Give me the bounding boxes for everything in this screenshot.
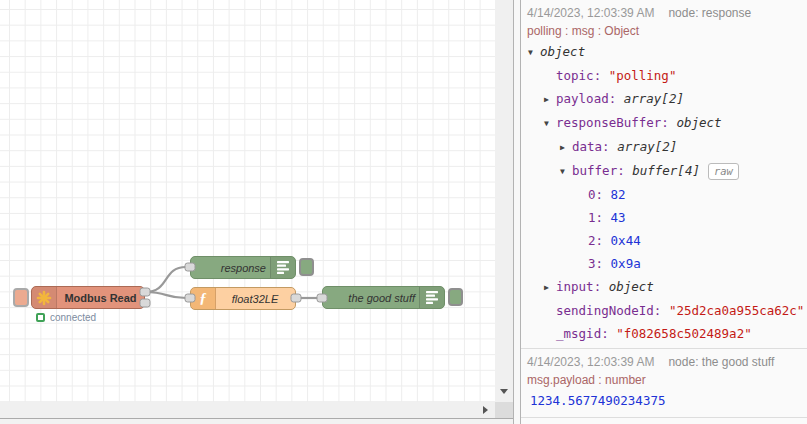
vertical-scrollbar[interactable] [495,0,513,402]
wire-modbus-to-response[interactable] [145,267,186,292]
chevron-right-icon[interactable]: ▶ [544,88,556,111]
tree-value: "25d2ca0a955ca62c" [669,303,804,318]
modbus-gear-icon [32,287,57,308]
scroll-down-arrow-icon[interactable] [500,389,508,394]
tree-value: object [609,279,654,294]
chevron-down-icon[interactable]: ▼ [544,112,556,135]
modbus-node-button[interactable] [13,288,29,307]
tree-value: "polling" [609,68,677,83]
tree-row: _msgid: "f082658c502489a2" [521,322,807,345]
tree-value: "f082658c502489a2" [616,326,751,341]
tree-value: object [676,115,721,130]
node-label: float32LE [215,288,295,309]
tree-key: data: [572,139,617,154]
tree-key: 3: [588,256,611,271]
node-status: connected [36,312,96,323]
debug-enable-toggle[interactable] [448,288,463,306]
tree-key: input: [556,279,609,294]
tree-key: topic: [556,68,609,83]
tree-row: 1: 43 [521,206,807,229]
payload-number-value: 1234.5677490234375 [521,389,807,414]
node-modbus-read[interactable]: Modbus Read [31,286,145,309]
tree-value: array[2] [624,91,684,106]
node-red-window: Modbus Read connected response ƒ float32 [0,0,807,424]
message-path: polling : msg : Object [521,21,807,40]
tree-value: 0x9a [611,256,641,271]
chevron-down-icon[interactable]: ▼ [528,41,540,64]
tree-key: _msgid: [556,326,616,341]
message-path: msg.payload : number [521,370,807,389]
tree-row: ▼responseBuffer: object [521,111,807,135]
status-text: connected [50,312,96,323]
debug-message-meta: 4/14/2023, 12:03:39 AMnode: response [521,2,807,21]
tree-key: responseBuffer: [556,115,676,130]
tree-row: ▼buffer: buffer[4]raw [521,159,807,183]
tree-row: ▶payload: array[2] [521,87,807,111]
node-response-debug[interactable]: response [190,256,296,279]
tree-value: 0x44 [611,233,641,248]
tree-key: 1: [588,210,611,225]
debug-lines-icon [419,287,444,308]
debug-tree: ▼objecttopic: "polling"▶payload: array[2… [521,40,807,345]
tree-row: ▼object [521,40,807,64]
wire-layer [0,0,495,402]
tree-row: sendingNodeId: "25d2ca0a955ca62c" [521,299,807,322]
debug-sidebar[interactable]: 4/14/2023, 12:03:39 AMnode: response pol… [521,0,807,424]
tree-row: ▶input: object [521,275,807,299]
tree-row: 3: 0x9a [521,252,807,275]
debug-lines-icon [270,257,295,278]
scrollbar-corner [495,402,513,418]
tree-row: ▶data: array[2] [521,135,807,159]
tree-key: buffer: [572,163,632,178]
tree-key: sendingNodeId: [556,303,669,318]
chevron-right-icon[interactable]: ▶ [560,136,572,159]
timestamp: 4/14/2023, 12:03:39 AM [527,355,654,369]
node-label: Modbus Read [57,287,144,308]
status-connected-icon [36,313,45,322]
flow-canvas[interactable]: Modbus Read connected response ƒ float32 [0,0,495,402]
tree-value: 43 [611,210,626,225]
raw-button[interactable]: raw [708,163,739,180]
tree-row: topic: "polling" [521,64,807,87]
tree-value: buffer[4] [632,163,700,178]
debug-message-meta: 4/14/2023, 12:03:39 AMnode: the good stu… [521,351,807,370]
debug-message: 4/14/2023, 12:03:39 AMnode: the good stu… [521,349,807,418]
timestamp: 4/14/2023, 12:03:39 AM [527,6,654,20]
source-node-name: node: the good stuff [668,355,774,369]
footer-strip [0,419,513,424]
tree-key: payload: [556,91,624,106]
chevron-down-icon[interactable]: ▼ [560,160,572,183]
tree-key: 2: [588,233,611,248]
tree-value: 82 [611,187,626,202]
debug-message: 4/14/2023, 12:03:39 AMnode: response pol… [521,0,807,349]
sidebar-splitter[interactable] [513,0,521,424]
tree-value: object [540,44,585,59]
tree-value: array[2] [617,139,677,154]
tree-row: 0: 82 [521,183,807,206]
node-the-good-stuff-debug[interactable]: the good stuff [322,286,445,309]
debug-enable-toggle[interactable] [299,258,314,276]
function-icon: ƒ [191,288,216,309]
chevron-right-icon[interactable]: ▶ [544,276,556,299]
tree-key: 0: [588,187,611,202]
wire-modbus-to-float32[interactable] [145,292,186,298]
source-node-name: node: response [668,6,751,20]
node-float32-function[interactable]: ƒ float32LE [190,287,296,310]
horizontal-scrollbar[interactable] [0,402,495,418]
scroll-right-arrow-icon[interactable] [483,406,488,414]
port-layer [0,0,495,402]
tree-row: 2: 0x44 [521,229,807,252]
